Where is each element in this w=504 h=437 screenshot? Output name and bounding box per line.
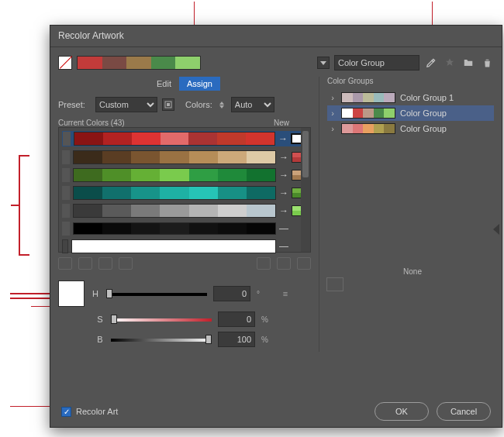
checkbox-icon: ✓	[61, 407, 71, 417]
expand-icon[interactable]: ›	[329, 124, 337, 133]
color-row[interactable]: →	[62, 131, 307, 146]
color-row[interactable]: →	[62, 186, 307, 200]
color-row[interactable]: —	[62, 222, 307, 236]
bri-value[interactable]	[218, 332, 255, 347]
group-label: Color Group	[400, 108, 447, 118]
svg-rect-1	[167, 103, 170, 106]
colors-label: Colors:	[185, 100, 212, 109]
colors-select[interactable]: Auto	[231, 97, 274, 112]
color-preview-swatch[interactable]	[58, 280, 85, 307]
assign-arrow-icon[interactable]: →	[279, 170, 288, 181]
preset-options-icon[interactable]	[162, 98, 174, 111]
colors-stepper[interactable]	[217, 98, 226, 111]
callout-bracket-rows	[19, 155, 29, 256]
color-group-name-input[interactable]	[334, 55, 419, 71]
s-label: S	[95, 315, 105, 324]
preset-select[interactable]: Custom	[95, 97, 157, 112]
sat-slider[interactable]	[111, 315, 212, 323]
assign-arrow-icon[interactable]: →	[279, 205, 288, 216]
left-panel: Edit Assign Preset: Custom Colors: Auto …	[58, 77, 311, 352]
bri-slider[interactable]	[111, 335, 212, 343]
exclude-dash-icon[interactable]: —	[279, 223, 288, 234]
delete-group-icon[interactable]	[480, 56, 494, 70]
artwork-colors-strip[interactable]	[77, 56, 201, 70]
separate-rows-icon[interactable]	[78, 257, 92, 270]
randomize-sat-icon[interactable]	[277, 257, 291, 270]
b-label: B	[95, 335, 105, 344]
pct-unit-b: %	[261, 335, 272, 344]
assign-arrow-icon[interactable]: →	[279, 188, 288, 198]
merge-rows-icon[interactable]	[58, 257, 72, 270]
preset-row: Preset: Custom Colors: Auto	[58, 97, 311, 112]
right-panel: Color Groups › Color Group 1 › Color Gro…	[319, 77, 494, 352]
color-row[interactable]: →	[62, 204, 307, 218]
current-colors-label: Current Colors (43)	[58, 119, 125, 127]
pct-unit-s: %	[261, 315, 272, 324]
tab-assign[interactable]: Assign	[179, 77, 220, 91]
new-label: New	[274, 119, 289, 127]
panel-collapse-icon[interactable]	[493, 224, 499, 235]
mode-tabs: Edit Assign	[58, 77, 311, 91]
color-groups-heading: Color Groups	[327, 77, 494, 85]
tab-edit[interactable]: Edit	[149, 77, 179, 91]
assign-arrow-icon[interactable]: →	[278, 133, 288, 144]
expand-icon[interactable]: ›	[329, 93, 337, 102]
colorgroup-storage-dd[interactable]	[317, 57, 330, 69]
recolor-art-label: Recolor Art	[76, 407, 118, 416]
randomize-order-icon[interactable]	[257, 257, 271, 270]
color-group-item[interactable]: › Color Group	[327, 105, 494, 121]
current-colors-list: → → → →	[58, 127, 311, 253]
color-groups-list: › Color Group 1 › Color Group › Color Gr…	[327, 90, 494, 136]
colorlist-scrollbar[interactable]	[301, 128, 310, 252]
find-in-wheel-icon[interactable]	[297, 257, 311, 270]
eyedropper-icon[interactable]	[424, 56, 438, 70]
exclude-row-icon[interactable]	[98, 257, 112, 270]
recolor-art-checkbox[interactable]: ✓ Recolor Art	[61, 407, 118, 417]
dialog-title: Recolor Artwork	[50, 26, 502, 47]
top-bar	[50, 47, 502, 77]
color-group-item[interactable]: › Color Group 1	[327, 90, 494, 105]
expand-icon[interactable]: ›	[329, 108, 337, 118]
color-row[interactable]: —	[62, 239, 307, 253]
recolor-dialog: Recolor Artwork Edit Assign Preset: Cust…	[50, 25, 502, 428]
slider-menu-icon[interactable]: ≡	[278, 287, 292, 301]
dialog-footer: ✓ Recolor Art OK Cancel	[50, 396, 502, 427]
color-row[interactable]: →	[62, 150, 307, 164]
hue-slider[interactable]	[106, 290, 207, 298]
color-group-item[interactable]: › Color Group	[327, 121, 494, 136]
hue-value[interactable]	[213, 286, 250, 301]
new-group-icon	[443, 56, 457, 70]
group-label: Color Group 1	[400, 93, 454, 102]
cancel-button[interactable]: Cancel	[437, 402, 491, 421]
sat-value[interactable]	[218, 311, 255, 327]
ok-button[interactable]: OK	[375, 402, 429, 421]
assign-arrow-icon[interactable]: →	[279, 152, 288, 163]
group-label: Color Group	[400, 124, 447, 133]
color-row[interactable]: →	[62, 168, 307, 182]
hsb-controls: H ° ≡ S %	[58, 280, 311, 347]
exclude-dash-icon[interactable]: —	[279, 241, 288, 252]
active-colors-swatch[interactable]	[58, 56, 72, 70]
deg-unit: °	[257, 290, 268, 298]
new-row-icon[interactable]	[119, 257, 133, 270]
save-group-icon[interactable]	[461, 56, 475, 70]
h-label: H	[91, 289, 100, 298]
preset-label: Preset:	[58, 100, 91, 109]
row-tools	[58, 257, 311, 270]
